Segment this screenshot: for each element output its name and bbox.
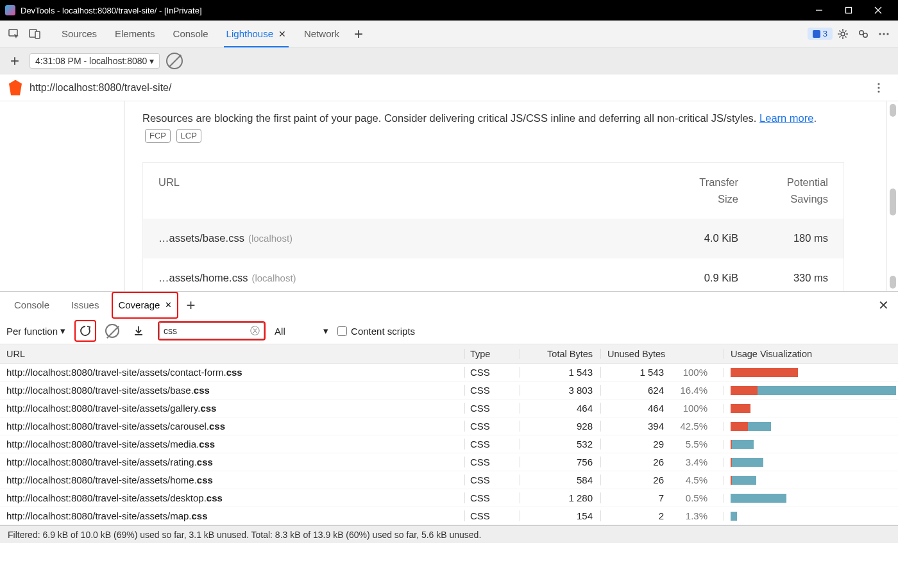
coverage-total: 584: [520, 475, 600, 485]
resource-path: …assets/base.css: [158, 232, 244, 244]
resource-size: 4.0 KiB: [648, 230, 738, 247]
drawer-close-button[interactable]: ✕: [878, 298, 889, 313]
drawer-more-button[interactable]: +: [182, 296, 199, 314]
tab-label: Lighthouse: [226, 28, 273, 39]
coverage-unused: 21.3%: [600, 510, 724, 521]
coverage-type: CSS: [464, 475, 520, 485]
inspect-element-icon[interactable]: [4, 24, 24, 44]
activity-icon[interactable]: [853, 24, 874, 44]
learn-more-link[interactable]: Learn more: [759, 112, 813, 124]
close-icon[interactable]: ✕: [278, 29, 286, 39]
coverage-vis: [724, 422, 898, 431]
tag-lcp: LCP: [176, 129, 201, 143]
svg-point-15: [877, 90, 879, 92]
lh-menu-icon[interactable]: [868, 78, 889, 98]
col-total-bytes[interactable]: Total Bytes: [520, 349, 600, 359]
coverage-total: 154: [520, 510, 600, 521]
coverage-type: CSS: [464, 403, 520, 414]
coverage-row[interactable]: http://localhost:8080/travel-site/assets…: [0, 435, 898, 453]
coverage-row[interactable]: http://localhost:8080/travel-site/assets…: [0, 489, 898, 507]
coverage-row[interactable]: http://localhost:8080/travel-site/assets…: [0, 453, 898, 471]
tab-lighthouse[interactable]: Lighthouse✕: [217, 21, 295, 47]
coverage-row[interactable]: http://localhost:8080/travel-site/assets…: [0, 471, 898, 489]
lh-audit-detail: Resources are blocking the first paint o…: [124, 101, 857, 291]
checkbox-input[interactable]: [337, 326, 347, 336]
svg-point-11: [883, 33, 885, 35]
coverage-unused: 39442.5%: [600, 421, 724, 432]
scroll-up-icon[interactable]: [890, 104, 896, 117]
scrollbar[interactable]: [886, 101, 898, 291]
coverage-url: http://localhost:8080/travel-site/assets…: [0, 367, 464, 378]
tab-elements[interactable]: Elements: [106, 21, 164, 47]
audit-selector[interactable]: 4:31:08 PM - localhost:8080 ▾: [30, 53, 160, 69]
scroll-down-icon[interactable]: [890, 276, 896, 289]
tab-label: Elements: [115, 28, 155, 39]
coverage-total: 464: [520, 403, 600, 414]
tab-sources[interactable]: Sources: [53, 21, 106, 47]
lh-resource-row[interactable]: …assets/base.css(localhost) 4.0 KiB 180 …: [143, 219, 843, 258]
coverage-row[interactable]: http://localhost:8080/travel-site/assets…: [0, 382, 898, 399]
drawer-tab-label: Coverage: [118, 299, 160, 310]
coverage-row[interactable]: http://localhost:8080/travel-site/assets…: [0, 399, 898, 417]
coverage-url: http://localhost:8080/travel-site/assets…: [0, 457, 464, 467]
minimize-button[interactable]: [804, 0, 834, 21]
coverage-row[interactable]: http://localhost:8080/travel-site/assets…: [0, 417, 898, 435]
clear-filter-icon[interactable]: ⓧ: [250, 325, 260, 337]
col-potential-savings: PotentialSavings: [738, 174, 828, 207]
window-titlebar: DevTools - localhost:8080/travel-site/ -…: [0, 0, 898, 21]
coverage-type-select[interactable]: All▾: [275, 325, 328, 337]
type-filter-label: All: [275, 326, 285, 337]
settings-icon[interactable]: [833, 24, 853, 44]
more-menu-icon[interactable]: [874, 24, 894, 44]
drawer-tab-coverage[interactable]: Coverage ✕: [112, 292, 178, 319]
coverage-type: CSS: [464, 385, 520, 396]
lh-desc-text: Resources are blocking the first paint o…: [142, 112, 759, 124]
tag-fcp: FCP: [145, 129, 171, 143]
reload-icon[interactable]: [78, 323, 93, 339]
highlight-reload: [74, 320, 96, 342]
export-icon[interactable]: [128, 321, 149, 341]
svg-point-13: [877, 83, 879, 85]
content-scripts-checkbox[interactable]: Content scripts: [337, 326, 415, 337]
coverage-total: 3 803: [520, 385, 600, 396]
coverage-filter-input[interactable]: css ⓧ: [159, 323, 264, 339]
tab-console[interactable]: Console: [164, 21, 217, 47]
clear-coverage-icon[interactable]: [105, 324, 119, 338]
coverage-url: http://localhost:8080/travel-site/assets…: [0, 385, 464, 396]
more-tabs-button[interactable]: +: [348, 24, 369, 44]
col-usage-visualization[interactable]: Usage Visualization: [724, 349, 898, 359]
issues-badge[interactable]: 3: [808, 28, 833, 40]
coverage-table-body: http://localhost:8080/travel-site/assets…: [0, 364, 898, 525]
chevron-down-icon: ▾: [323, 325, 328, 337]
coverage-vis: [724, 476, 898, 485]
coverage-type: CSS: [464, 510, 520, 521]
col-url[interactable]: URL: [0, 349, 464, 359]
clear-audit-icon[interactable]: [166, 53, 183, 69]
tab-label: Network: [304, 28, 339, 39]
col-unused-bytes[interactable]: Unused Bytes: [600, 349, 724, 359]
coverage-type: CSS: [464, 457, 520, 467]
close-button[interactable]: [863, 0, 893, 21]
new-audit-button[interactable]: +: [6, 52, 23, 70]
lh-resource-row[interactable]: …assets/home.css(localhost) 0.9 KiB 330 …: [143, 258, 843, 291]
lh-right-gutter: [857, 101, 886, 291]
coverage-row[interactable]: http://localhost:8080/travel-site/assets…: [0, 507, 898, 525]
lh-resources-table: URL TransferSize PotentialSavings …asset…: [142, 162, 844, 291]
tab-network[interactable]: Network: [295, 21, 348, 47]
svg-rect-1: [846, 8, 852, 13]
main-tabs-bar: Sources Elements Console Lighthouse✕ Net…: [0, 21, 898, 47]
lighthouse-icon: [9, 80, 22, 96]
coverage-row[interactable]: http://localhost:8080/travel-site/assets…: [0, 364, 898, 382]
close-icon[interactable]: ✕: [165, 300, 172, 310]
scrollbar-thumb[interactable]: [890, 189, 896, 215]
coverage-url: http://localhost:8080/travel-site/assets…: [0, 403, 464, 414]
coverage-vis: [724, 386, 898, 395]
drawer-tab-issues[interactable]: Issues: [62, 292, 108, 319]
coverage-scope-select[interactable]: Per function ▾: [6, 325, 65, 337]
resource-savings: 330 ms: [738, 270, 828, 287]
device-toolbar-icon[interactable]: [24, 24, 45, 44]
coverage-total: 1 280: [520, 492, 600, 503]
drawer-tab-console[interactable]: Console: [5, 292, 58, 319]
maximize-button[interactable]: [834, 0, 863, 21]
col-type[interactable]: Type: [464, 349, 520, 359]
